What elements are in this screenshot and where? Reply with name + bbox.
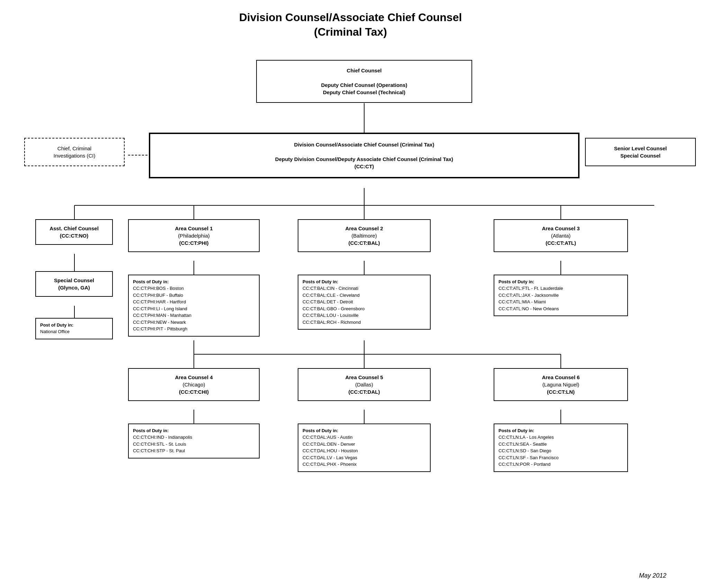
area3-city: (Atlanta): [500, 232, 622, 239]
area6-posts-list: CC:CT:LN:LA - Los Angeles CC:CT:LN:SEA -…: [498, 434, 623, 468]
area3-posts-list: CC:CT:ATL:FTL - Ft. Lauderdale CC:CT:ATL…: [498, 285, 623, 312]
special-counsel-glynco-box: Special Counsel (Glynco, GA): [35, 271, 113, 297]
area1-posts-box: Posts of Duty in: CC:CT:PHI:BOS - Boston…: [128, 275, 260, 337]
area4-city: (Chicago): [134, 381, 253, 388]
area6-posts-box: Posts of Duty in: CC:CT:LN:LA - Los Ange…: [494, 424, 628, 472]
area6-box: Area Counsel 6 (Laguna Niguel) (CC:CT:LN…: [494, 368, 628, 401]
post-duty-national-box: Post of Duty in: National Office: [35, 318, 113, 339]
area5-title: Area Counsel 5: [304, 374, 424, 381]
area5-city: (Dallas): [304, 381, 424, 388]
area1-posts-label: Posts of Duty in:: [133, 279, 255, 285]
chief-counsel-title: Chief Counsel: [264, 67, 465, 74]
area1-box: Area Counsel 1 (Philadelphia) (CC:CT:PHI…: [128, 219, 260, 252]
area4-posts-box: Posts of Duty in: CC:CT:CHI:IND - Indian…: [128, 424, 260, 458]
area6-city: (Laguna Niguel): [500, 381, 622, 388]
senior-counsel-box: Senior Level Counsel Special Counsel: [585, 138, 696, 166]
chief-ci-title: Chief, Criminal Investigations (CI): [30, 145, 118, 159]
area5-code: (CC:CT:DAL): [304, 388, 424, 395]
area1-title: Area Counsel 1: [134, 225, 253, 232]
area2-posts-label: Posts of Duty in:: [303, 279, 426, 285]
deputy-chief-ops: Deputy Chief Counsel (Operations): [264, 81, 465, 89]
senior-counsel-line1: Senior Level Counsel: [591, 145, 690, 152]
area6-posts-label: Posts of Duty in:: [498, 428, 623, 434]
area5-box: Area Counsel 5 (Dallas) (CC:CT:DAL): [298, 368, 431, 401]
chief-counsel-box: Chief Counsel Deputy Chief Counsel (Oper…: [256, 60, 472, 103]
area5-posts-list: CC:CT:DAL:AUS - Austin CC:CT:DAL:DEN - D…: [303, 434, 426, 468]
area2-posts-list: CC:CT:BAL:CIN - Cincinnati CC:CT:BAL:CLE…: [303, 285, 426, 326]
area3-code: (CC:CT:ATL): [500, 239, 622, 247]
area4-box: Area Counsel 4 (Chicago) (CC:CT:CHI): [128, 368, 260, 401]
area1-posts-list: CC:CT:PHI:BOS - Boston CC:CT:PHI:BUF - B…: [133, 285, 255, 332]
area5-posts-label: Posts of Duty in:: [303, 428, 426, 434]
division-counsel-title: Division Counsel/Associate Chief Counsel…: [159, 141, 570, 148]
page-title: Division Counsel/Associate Chief Counsel…: [14, 10, 687, 39]
area2-code: (CC:CT:BAL): [304, 239, 424, 247]
area6-title: Area Counsel 6: [500, 374, 622, 381]
area4-code: (CC:CT:CHI): [134, 388, 253, 395]
deputy-chief-tech: Deputy Chief Counsel (Technical): [264, 89, 465, 96]
area4-posts-label: Posts of Duty in:: [133, 428, 255, 434]
area3-title: Area Counsel 3: [500, 225, 622, 232]
post-duty-national-label: Post of Duty in:: [40, 322, 108, 328]
division-counsel-code: (CC:CT): [159, 163, 570, 170]
area3-box: Area Counsel 3 (Atlanta) (CC:CT:ATL): [494, 219, 628, 252]
area2-box: Area Counsel 2 (Baltimore) (CC:CT:BAL): [298, 219, 431, 252]
area2-title: Area Counsel 2: [304, 225, 424, 232]
special-counsel-glynco-title: Special Counsel: [40, 277, 108, 284]
area1-code: (CC:CT:PHI): [134, 239, 253, 247]
asst-chief-code: (CC:CT:NO): [40, 232, 108, 239]
area4-posts-list: CC:CT:CHI:IND - Indianapolis CC:CT:CHI:S…: [133, 434, 255, 454]
senior-counsel-line2: Special Counsel: [591, 152, 690, 159]
date-label: May 2012: [639, 572, 666, 579]
asst-chief-box: Asst. Chief Counsel (CC:CT:NO): [35, 219, 113, 245]
area5-posts-box: Posts of Duty in: CC:CT:DAL:AUS - Austin…: [298, 424, 431, 472]
area4-title: Area Counsel 4: [134, 374, 253, 381]
area3-posts-box: Posts of Duty in: CC:CT:ATL:FTL - Ft. La…: [494, 275, 628, 316]
asst-chief-title: Asst. Chief Counsel: [40, 225, 108, 232]
division-counsel-box: Division Counsel/Associate Chief Counsel…: [149, 133, 579, 178]
division-counsel-deputy: Deputy Division Counsel/Deputy Associate…: [159, 155, 570, 163]
chief-ci-box: Chief, Criminal Investigations (CI): [24, 138, 125, 166]
area2-posts-box: Posts of Duty in: CC:CT:BAL:CIN - Cincin…: [298, 275, 431, 330]
area1-city: (Philadelphia): [134, 232, 253, 239]
special-counsel-glynco-city: (Glynco, GA): [40, 284, 108, 291]
post-duty-national-items: National Office: [40, 328, 108, 335]
area3-posts-label: Posts of Duty in:: [498, 279, 623, 285]
area2-city: (Baltimore): [304, 232, 424, 239]
area6-code: (CC:CT:LN): [500, 388, 622, 395]
